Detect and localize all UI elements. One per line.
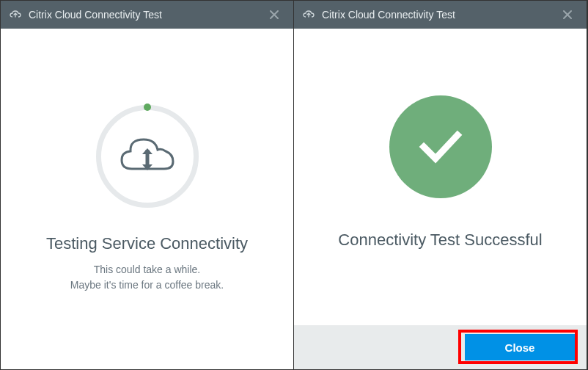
content-area: Connectivity Test Successful (294, 29, 587, 325)
connectivity-test-dialog-success: Citrix Cloud Connectivity Test Connectiv… (294, 1, 587, 369)
cloud-upload-icon (303, 10, 316, 20)
cloud-upload-icon (10, 10, 23, 20)
window-title: Citrix Cloud Connectivity Test (322, 9, 557, 21)
status-heading: Connectivity Test Successful (338, 231, 542, 250)
status-heading: Testing Service Connectivity (46, 234, 248, 253)
titlebar: Citrix Cloud Connectivity Test (1, 1, 293, 29)
cloud-sync-icon (96, 105, 199, 208)
success-checkmark-icon (389, 95, 492, 198)
close-icon[interactable] (557, 4, 578, 25)
dialog-footer: Close (294, 325, 587, 369)
status-subtext-line2: Maybe it's time for a coffee break. (70, 278, 224, 293)
status-subtext-line1: This could take a while. (94, 262, 201, 278)
content-area: Testing Service Connectivity This could … (1, 29, 293, 369)
window-title: Citrix Cloud Connectivity Test (29, 9, 264, 21)
progress-spinner (96, 105, 199, 208)
close-icon[interactable] (264, 4, 284, 25)
close-button[interactable]: Close (465, 334, 575, 360)
titlebar: Citrix Cloud Connectivity Test (294, 1, 587, 29)
connectivity-test-dialog-progress: Citrix Cloud Connectivity Test Testing S… (1, 1, 294, 369)
